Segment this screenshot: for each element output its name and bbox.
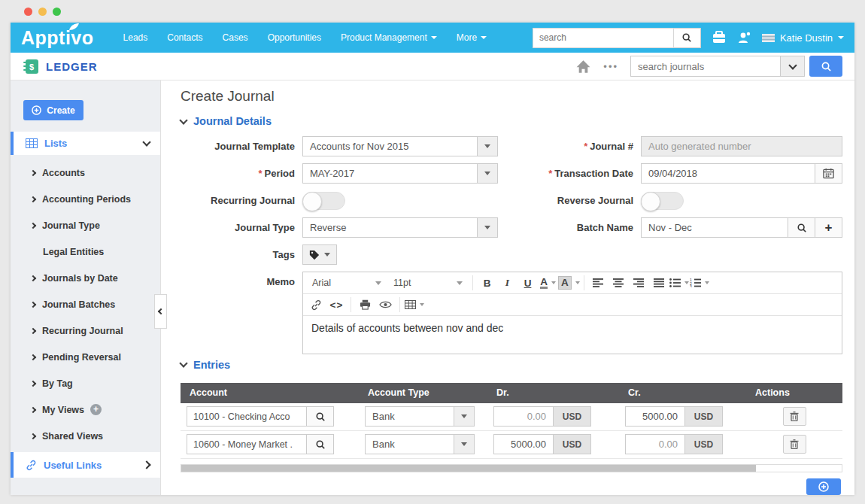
section-entries[interactable]: Entries xyxy=(181,359,842,371)
font-size-select[interactable]: 11pt xyxy=(387,274,469,292)
nav-item-product-management[interactable]: Product Management xyxy=(341,32,437,43)
sidebar-item-recurring-journal[interactable]: Recurring Journal xyxy=(11,317,160,344)
create-button[interactable]: Create xyxy=(23,100,83,120)
user-menu[interactable]: Katie Dustin xyxy=(762,32,844,44)
journal-search xyxy=(630,56,842,77)
sidebar-item-useful-links[interactable]: Useful Links xyxy=(11,452,160,478)
horizontal-scrollbar xyxy=(181,464,842,472)
journal-template-select[interactable]: Accounts for Nov 2015 xyxy=(302,136,498,156)
global-search-button[interactable] xyxy=(674,28,701,48)
journal-search-input[interactable] xyxy=(630,56,781,77)
cr-amount-input[interactable] xyxy=(625,434,685,454)
preview-button[interactable] xyxy=(375,295,396,314)
search-icon xyxy=(315,439,326,450)
nav-item-contacts[interactable]: Contacts xyxy=(167,32,202,43)
period-select[interactable]: MAY-2017 xyxy=(302,163,498,184)
print-button[interactable] xyxy=(355,295,375,314)
bullet-list-button[interactable] xyxy=(669,273,690,293)
maximize-window-icon[interactable] xyxy=(53,8,61,16)
insert-link-button[interactable] xyxy=(306,295,326,314)
dr-amount-input[interactable] xyxy=(493,406,554,427)
italic-button[interactable]: I xyxy=(497,273,517,293)
sidebar-item-my-views[interactable]: My Views + xyxy=(11,396,160,423)
recurring-journal-toggle[interactable] xyxy=(302,192,345,210)
batch-name-input[interactable] xyxy=(641,217,788,238)
journal-template-label: Journal Template xyxy=(181,141,295,152)
chevron-down-icon xyxy=(324,253,330,257)
account-search-button[interactable] xyxy=(307,406,334,427)
batch-add-button[interactable]: + xyxy=(815,217,842,238)
cr-currency: USD xyxy=(685,406,723,427)
home-icon[interactable] xyxy=(575,59,591,74)
global-search-input[interactable] xyxy=(533,28,674,48)
journal-type-select[interactable]: Reverse xyxy=(302,217,498,238)
briefcase-icon xyxy=(712,31,727,44)
minimize-window-icon[interactable] xyxy=(38,8,47,16)
chevron-right-icon xyxy=(30,169,36,175)
nav-item-cases[interactable]: Cases xyxy=(223,32,248,43)
account-search-button[interactable] xyxy=(307,434,334,454)
add-entry-button[interactable] xyxy=(806,478,841,495)
nav-item-more[interactable]: More xyxy=(457,32,487,43)
apptivo-logo[interactable]: Apptivo xyxy=(21,27,94,49)
underline-button[interactable]: U xyxy=(517,273,538,293)
apps-button[interactable] xyxy=(712,31,727,44)
font-family-select[interactable]: Arial xyxy=(306,274,387,292)
notifications-button[interactable] xyxy=(737,31,751,44)
align-left-button[interactable] xyxy=(588,273,609,293)
nav-item-opportunities[interactable]: Opportunities xyxy=(268,32,321,43)
sidebar-item-pending-reversal[interactable]: Pending Reversal xyxy=(11,344,160,370)
section-journal-details[interactable]: Journal Details xyxy=(181,115,842,127)
journal-number-input[interactable] xyxy=(641,136,842,156)
account-type-select[interactable]: Bank xyxy=(365,434,475,454)
search-icon xyxy=(797,223,807,233)
close-window-icon[interactable] xyxy=(24,8,32,16)
sidebar-list: Accounts Accounting Periods Journal Type… xyxy=(11,159,160,449)
memo-textarea[interactable]: Details of accounts between nov and dec xyxy=(303,316,842,354)
scrollbar-thumb[interactable] xyxy=(181,465,756,472)
dr-amount-input[interactable] xyxy=(493,434,554,454)
table-grid-icon xyxy=(405,300,416,309)
sidebar-collapse-handle[interactable] xyxy=(154,294,167,329)
col-actions: Actions xyxy=(746,387,842,398)
cr-amount-input[interactable] xyxy=(625,406,685,427)
sidebar-item-lists[interactable]: Lists xyxy=(11,132,160,155)
sidebar-item-journals-by-date[interactable]: Journals by Date xyxy=(11,265,160,291)
reverse-journal-toggle[interactable] xyxy=(641,192,684,210)
account-input[interactable] xyxy=(187,434,307,454)
delete-row-button[interactable] xyxy=(783,407,806,426)
delete-row-button[interactable] xyxy=(783,435,806,454)
align-center-button[interactable] xyxy=(609,273,629,293)
align-right-button[interactable] xyxy=(629,273,649,293)
tags-button[interactable] xyxy=(302,244,337,265)
journal-search-dropdown[interactable] xyxy=(781,56,805,77)
sidebar-item-by-tag[interactable]: By Tag xyxy=(11,370,160,396)
account-type-select[interactable]: Bank xyxy=(365,406,475,427)
sidebar-item-legal-entities[interactable]: Legal Entities xyxy=(11,238,160,265)
chevron-down-icon xyxy=(454,407,474,426)
nav-item-leads[interactable]: Leads xyxy=(123,32,148,43)
batch-search-button[interactable] xyxy=(788,217,815,238)
chevron-right-icon xyxy=(142,460,150,469)
justify-button[interactable] xyxy=(649,273,669,293)
sidebar-item-journal-type[interactable]: Journal Type xyxy=(11,212,160,238)
bold-button[interactable]: B xyxy=(477,273,497,293)
sidebar-item-journal-batches[interactable]: Journal Batches xyxy=(11,291,160,317)
chevron-down-icon xyxy=(375,281,381,285)
text-color-button[interactable]: A xyxy=(538,273,558,293)
sidebar-item-accounting-periods[interactable]: Accounting Periods xyxy=(11,186,160,212)
sidebar-item-accounts[interactable]: Accounts xyxy=(11,159,160,186)
journal-search-button[interactable] xyxy=(809,56,842,77)
sidebar-item-shared-views[interactable]: Shared Views xyxy=(11,423,160,449)
numbered-list-button[interactable]: 123 xyxy=(690,273,710,293)
editor-toolbar-row1: Arial 11pt B I U A A xyxy=(303,272,842,294)
highlight-color-button[interactable]: A xyxy=(558,273,580,293)
source-code-button[interactable]: <> xyxy=(326,295,347,314)
more-options-button[interactable]: ••• xyxy=(603,61,618,72)
transaction-date-input[interactable] xyxy=(641,163,815,184)
add-view-icon[interactable]: + xyxy=(90,404,102,415)
search-icon xyxy=(681,32,692,43)
calendar-button[interactable] xyxy=(815,163,842,184)
account-input[interactable] xyxy=(187,406,307,427)
insert-table-button[interactable] xyxy=(404,295,424,314)
